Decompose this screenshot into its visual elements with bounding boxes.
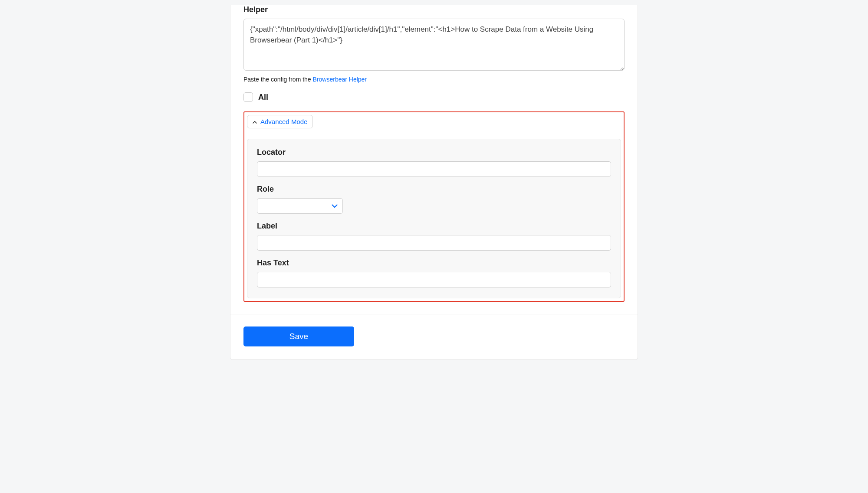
form-footer: Save bbox=[230, 314, 638, 359]
role-label: Role bbox=[257, 185, 611, 194]
role-group: Role bbox=[257, 185, 611, 214]
locator-group: Locator bbox=[257, 148, 611, 177]
label-group: Label bbox=[257, 222, 611, 251]
advanced-mode-label: Advanced Mode bbox=[260, 118, 307, 125]
advanced-mode-highlight: Advanced Mode Locator Role bbox=[243, 111, 625, 302]
advanced-mode-panel: Locator Role Label bbox=[247, 139, 621, 298]
locator-input[interactable] bbox=[257, 161, 611, 177]
has-text-input[interactable] bbox=[257, 272, 611, 287]
locator-label: Locator bbox=[257, 148, 611, 157]
advanced-mode-toggle[interactable]: Advanced Mode bbox=[247, 115, 313, 128]
helper-hint: Paste the config from the Browserbear He… bbox=[243, 76, 625, 83]
helper-textarea[interactable] bbox=[243, 19, 625, 71]
helper-label: Helper bbox=[243, 5, 625, 14]
role-select[interactable] bbox=[257, 198, 343, 214]
has-text-group: Has Text bbox=[257, 258, 611, 287]
all-checkbox-row: All bbox=[243, 92, 625, 102]
browserbear-helper-link[interactable]: Browserbear Helper bbox=[313, 76, 367, 83]
form-body: Helper Paste the config from the Browser… bbox=[230, 5, 638, 314]
helper-section: Helper Paste the config from the Browser… bbox=[243, 5, 625, 83]
helper-hint-prefix: Paste the config from the bbox=[243, 76, 313, 83]
chevron-up-icon bbox=[253, 119, 257, 125]
all-checkbox[interactable] bbox=[243, 92, 253, 102]
has-text-label: Has Text bbox=[257, 258, 611, 268]
form-card: Helper Paste the config from the Browser… bbox=[230, 5, 638, 360]
role-select-wrap bbox=[257, 198, 343, 214]
label-field-label: Label bbox=[257, 222, 611, 231]
save-button[interactable]: Save bbox=[243, 326, 354, 346]
all-checkbox-label: All bbox=[258, 93, 268, 102]
label-input[interactable] bbox=[257, 235, 611, 251]
